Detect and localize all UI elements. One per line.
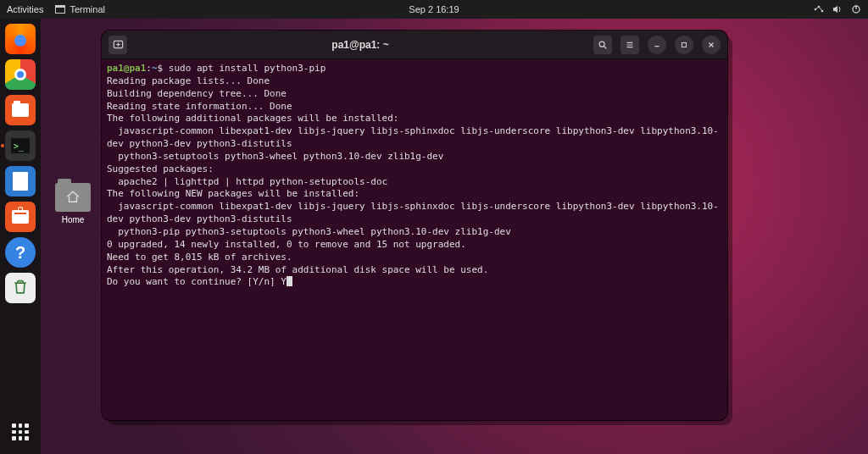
topbar-active-app[interactable]: Terminal xyxy=(55,4,105,14)
new-tab-button[interactable] xyxy=(108,36,127,54)
dock-help[interactable]: ? xyxy=(5,237,36,268)
volume-icon[interactable] xyxy=(832,4,843,14)
topbar-app-label: Terminal xyxy=(70,4,105,14)
dock-ubuntu-software[interactable] xyxy=(5,202,36,232)
dock-chrome[interactable] xyxy=(5,59,36,90)
svg-rect-14 xyxy=(682,42,687,47)
minimize-button[interactable] xyxy=(648,36,666,54)
terminal-titlebar[interactable]: pa1@pa1: ~ xyxy=(102,30,727,59)
terminal-body[interactable]: pa1@pa1:~$ sudo apt install python3-pip … xyxy=(102,59,727,420)
dock-terminal[interactable]: >_ xyxy=(5,130,36,161)
svg-line-9 xyxy=(604,46,607,48)
svg-point-8 xyxy=(599,42,604,47)
activities-button[interactable]: Activities xyxy=(7,4,43,14)
maximize-button[interactable] xyxy=(675,36,693,54)
show-applications-button[interactable] xyxy=(5,417,36,447)
terminal-window: pa1@pa1: ~ pa1@pa1:~$ sudo apt install p… xyxy=(102,30,727,420)
power-icon[interactable] xyxy=(851,4,861,14)
terminal-icon xyxy=(55,5,65,14)
dock-trash[interactable] xyxy=(5,273,36,303)
home-icon xyxy=(55,183,91,212)
top-bar: Activities Terminal Sep 2 16:19 xyxy=(0,0,868,19)
network-icon[interactable] xyxy=(814,4,824,14)
dock-firefox[interactable] xyxy=(5,24,36,54)
dock-libreoffice-writer[interactable] xyxy=(5,166,36,197)
clock[interactable]: Sep 2 16:19 xyxy=(409,4,459,14)
terminal-title: pa1@pa1: ~ xyxy=(127,39,593,51)
search-button[interactable] xyxy=(593,36,612,54)
menu-button[interactable] xyxy=(620,36,639,54)
dock: >_ ? xyxy=(0,19,41,454)
close-button[interactable] xyxy=(702,36,721,54)
desktop-home-label: Home xyxy=(49,215,97,224)
desktop-home-folder[interactable]: Home xyxy=(49,183,97,224)
dock-files[interactable] xyxy=(5,95,36,125)
